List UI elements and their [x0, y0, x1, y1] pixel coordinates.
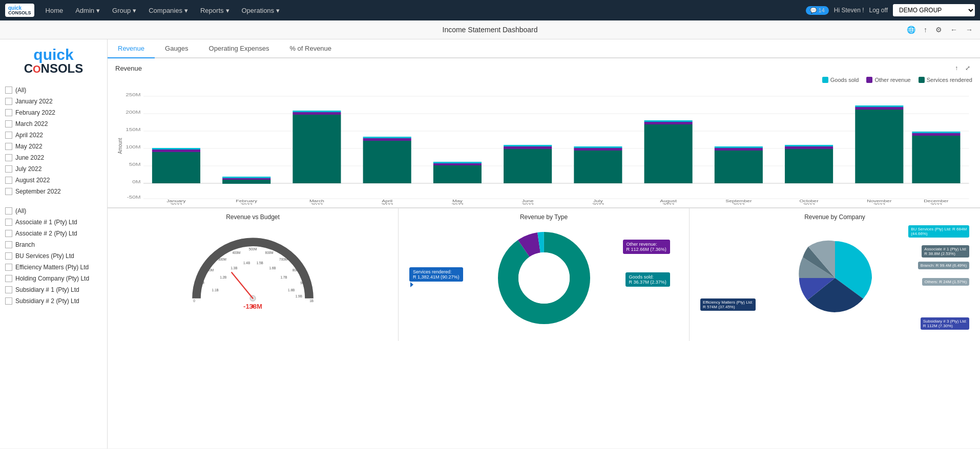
page-title-bar: Income Statement Dashboard 🌐 ↑ ⚙ ← → [0, 20, 980, 39]
svg-text:0M: 0M [132, 179, 140, 184]
settings-icon[interactable]: ⚙ [933, 25, 944, 35]
holding-label: Holding Company (Pty) Ltd [15, 275, 89, 282]
sidebar-item-efficiency[interactable]: Efficiency Matters (Pty) Ltd [0, 262, 107, 273]
svg-rect-51 [644, 122, 693, 124]
pie-svg [789, 227, 881, 329]
svg-rect-66 [855, 107, 903, 110]
svg-rect-65 [855, 110, 903, 183]
all-companies-checkbox[interactable] [5, 207, 12, 215]
sidebar-item-subsidiary1[interactable]: Subsidiary # 1 (Pty) Ltd [0, 284, 107, 295]
svg-rect-62 [785, 145, 833, 146]
pie-container: BU Services (Pty) Ltd: R 684M (44.66%) E… [695, 223, 975, 333]
chat-badge[interactable]: 💬 14 [806, 6, 829, 15]
nav-home[interactable]: Home [39, 0, 70, 20]
may2022-checkbox[interactable] [5, 143, 12, 150]
goods-sold-dot [822, 77, 828, 83]
sidebar-item-all-companies[interactable]: (All) [0, 205, 107, 217]
svg-text:300M: 300M [218, 258, 226, 261]
associate1-checkbox[interactable] [5, 219, 12, 226]
svg-line-99 [232, 272, 253, 298]
sidebar-item-feb2022[interactable]: February 2022 [0, 107, 107, 118]
bu-services-checkbox[interactable] [5, 252, 12, 260]
sub-tabs: Revenue Gauges Operating Expenses % of R… [108, 39, 980, 58]
jan2022-label: January 2022 [15, 98, 53, 105]
logout-button[interactable]: Log off [869, 7, 888, 14]
holding-checkbox[interactable] [5, 275, 12, 282]
tab-revenue[interactable]: Revenue [108, 39, 155, 58]
subsidiary2-label: Subsidiary # 2 (Pty) Ltd [15, 297, 79, 305]
svg-text:1.5B: 1.5B [257, 261, 263, 265]
svg-rect-47 [574, 146, 622, 148]
sidebar-item-apr2022[interactable]: April 2022 [0, 130, 107, 141]
jul2022-checkbox[interactable] [5, 165, 12, 173]
svg-text:1.3B: 1.3B [231, 266, 237, 270]
other-revenue-tooltip: Other revenue: R 112.66M (7.36%) [623, 240, 670, 254]
mar2022-checkbox[interactable] [5, 120, 12, 127]
aug2022-label: August 2022 [15, 177, 50, 184]
sidebar-item-mar2022[interactable]: March 2022 [0, 118, 107, 130]
nav-operations[interactable]: Operations ▾ [236, 0, 286, 20]
tab-gauges[interactable]: Gauges [155, 39, 199, 58]
sidebar-item-associate2[interactable]: Associate # 2 (Pty) Ltd [0, 228, 107, 239]
feb2022-checkbox[interactable] [5, 109, 12, 116]
subsidiary1-checkbox[interactable] [5, 286, 12, 293]
apr2022-checkbox[interactable] [5, 132, 12, 139]
sep2022-label: September 2022 [15, 188, 61, 195]
globe-icon[interactable]: 🌐 [905, 25, 918, 35]
svg-rect-31 [363, 138, 411, 141]
svg-text:2022: 2022 [592, 202, 604, 205]
nav-reports[interactable]: Reports ▾ [194, 0, 236, 20]
group-selector[interactable]: DEMO GROUP [893, 4, 975, 16]
efficiency-label: Efficiency Matters (Pty) Ltd [15, 264, 89, 271]
sidebar-item-jan2022[interactable]: January 2022 [0, 96, 107, 107]
sidebar-item-associate1[interactable]: Associate # 1 (Pty) Ltd [0, 217, 107, 228]
nav-group[interactable]: Group ▾ [106, 0, 142, 20]
sidebar-item-aug2022[interactable]: August 2022 [0, 175, 107, 186]
jun2022-checkbox[interactable] [5, 154, 12, 161]
svg-text:1.7B: 1.7B [280, 275, 287, 279]
sidebar-item-sep2022[interactable]: September 2022 [0, 186, 107, 197]
bu-services-label: BU Services (Pty) Ltd [15, 252, 74, 260]
sidebar-item-branch[interactable]: Branch [0, 239, 107, 250]
export-icon[interactable]: ↑ [953, 63, 960, 73]
tab-pct-revenue[interactable]: % of Revenue [279, 39, 342, 58]
subsidiary2-checkbox[interactable] [5, 297, 12, 305]
bar-chart-svg: 250M 200M 150M 100M 50M 0M -50M Amount [115, 87, 972, 205]
branch-checkbox[interactable] [5, 241, 12, 248]
gauge-container: 0 100M 200M 300M 400M 500M 600M 700M 800… [113, 223, 393, 333]
svg-rect-25 [293, 115, 341, 183]
tab-operating-expenses[interactable]: Operating Expenses [199, 39, 280, 58]
nav-companies[interactable]: Companies ▾ [142, 0, 194, 20]
sidebar-item-subsidiary2[interactable]: Subsidiary # 2 (Pty) Ltd [0, 295, 107, 307]
branch-label: Branch [15, 241, 35, 248]
svg-rect-72 [912, 132, 960, 133]
jul2022-label: July 2022 [15, 165, 41, 173]
svg-rect-46 [574, 148, 622, 151]
back-icon[interactable]: ← [948, 25, 960, 35]
page-title-actions: 🌐 ↑ ⚙ ← → [905, 25, 975, 35]
nav-right: 💬 14 Hi Steven ! Log off DEMO GROUP [806, 4, 975, 16]
nav-admin[interactable]: Admin ▾ [69, 0, 106, 20]
revenue-header: Revenue ↑ ⤢ [115, 63, 972, 73]
svg-text:200M: 200M [126, 110, 140, 114]
may2022-label: May 2022 [15, 143, 43, 150]
expand-icon[interactable]: ⤢ [963, 63, 972, 73]
svg-text:100M: 100M [126, 144, 140, 149]
jan2022-checkbox[interactable] [5, 98, 12, 105]
all-dates-checkbox[interactable] [5, 87, 12, 94]
associate2-checkbox[interactable] [5, 230, 12, 237]
share-icon[interactable]: ↑ [922, 25, 929, 35]
forward-icon[interactable]: → [964, 25, 975, 35]
sidebar-item-jun2022[interactable]: June 2022 [0, 152, 107, 163]
sidebar-item-all-dates[interactable]: (All) [0, 84, 107, 96]
efficiency-checkbox[interactable] [5, 264, 12, 271]
sidebar-item-holding[interactable]: Holding Company (Pty) Ltd [0, 273, 107, 284]
sidebar-item-jul2022[interactable]: July 2022 [0, 163, 107, 175]
sidebar-item-bu-services[interactable]: BU Services (Pty) Ltd [0, 250, 107, 262]
app-logo[interactable]: quick CONSOLS [5, 4, 34, 17]
sidebar-item-may2022[interactable]: May 2022 [0, 141, 107, 152]
svg-rect-26 [293, 112, 341, 115]
svg-rect-36 [433, 163, 482, 165]
aug2022-checkbox[interactable] [5, 177, 12, 184]
sep2022-checkbox[interactable] [5, 188, 12, 195]
